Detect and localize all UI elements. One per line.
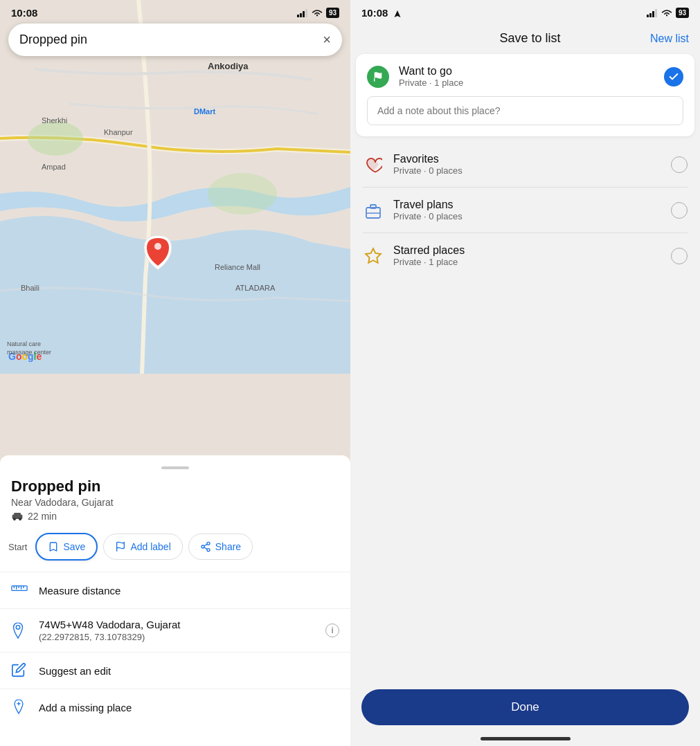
add-place-icon (11, 699, 28, 716)
suitcase-icon (363, 200, 384, 221)
new-list-button[interactable]: New list (650, 33, 689, 45)
signal-icon-right (647, 9, 658, 17)
status-icons-left: 93 (297, 8, 339, 18)
battery-icon: 93 (326, 8, 339, 18)
svg-text:DMart: DMart (194, 107, 216, 116)
save-to-list-header: Save to list New list (350, 21, 700, 54)
car-icon (11, 511, 24, 521)
svg-rect-19 (305, 9, 307, 17)
list-item-measure[interactable]: Measure distance (0, 572, 350, 608)
search-bar-title: Dropped pin (19, 33, 87, 47)
want-to-go-card[interactable]: Want to go Private · 1 place (356, 54, 694, 136)
svg-text:Natural care: Natural care (7, 340, 41, 347)
battery-icon-right: 93 (676, 8, 689, 18)
heart-icon (363, 154, 384, 175)
svg-text:Ampad: Ampad (42, 163, 66, 171)
svg-text:massage center: massage center (7, 349, 51, 356)
measure-icon (11, 582, 28, 599)
close-button[interactable]: × (323, 32, 331, 48)
svg-text:Khanpur: Khanpur (104, 128, 133, 136)
travel-plans-title: Travel plans (393, 199, 661, 211)
svg-point-27 (207, 549, 210, 552)
svg-text:Bhaili: Bhaili (21, 284, 39, 292)
add-label-button[interactable]: Add label (103, 534, 182, 560)
home-indicator-right (481, 737, 571, 740)
sheet-subtitle: Near Vadodara, Gujarat (0, 497, 350, 508)
list-item-favorites[interactable]: Favorites Private · 0 places (350, 142, 700, 187)
starred-places-radio[interactable] (671, 248, 688, 264)
star-svg (364, 247, 382, 265)
map-svg: Sherkhi Khanpur Ampad DMart Reliance Mal… (0, 0, 350, 374)
wifi-icon (312, 9, 323, 17)
list-item-starred-places[interactable]: Starred places Private · 1 place (350, 233, 700, 278)
starred-places-title: Starred places (393, 244, 661, 257)
want-to-go-title: Want to go (399, 65, 654, 78)
status-bar-right: 10:08 93 (350, 0, 700, 21)
want-to-go-subtitle: Private · 1 place (399, 78, 654, 88)
svg-point-26 (201, 545, 204, 548)
flag-icon-white (373, 71, 384, 82)
add-missing-place-text: Add a missing place (39, 702, 339, 713)
wifi-icon-right (661, 9, 672, 17)
svg-text:Ankodiya: Ankodiya (208, 61, 249, 71)
sheet-title: Dropped pin (0, 477, 350, 495)
share-icon (200, 541, 211, 552)
list-item-travel-plans[interactable]: Travel plans Private · 0 places (350, 188, 700, 233)
want-to-go-texts: Want to go Private · 1 place (399, 65, 654, 88)
svg-point-12 (154, 243, 161, 250)
travel-plans-texts: Travel plans Private · 0 places (393, 199, 661, 221)
bottom-sheet: Dropped pin Near Vadodara, Gujarat 22 mi… (0, 455, 350, 746)
pin-icon (11, 622, 25, 639)
save-header-title: Save to list (410, 31, 650, 46)
add-pin-icon (11, 699, 26, 714)
svg-rect-16 (297, 15, 299, 17)
suitcase-svg (365, 201, 382, 219)
done-button[interactable]: Done (361, 689, 689, 725)
list-item-add-place[interactable]: Add a missing place (0, 689, 350, 725)
left-panel: Sherkhi Khanpur Ampad DMart Reliance Mal… (0, 0, 350, 746)
svg-text:Sherkhi: Sherkhi (42, 116, 67, 125)
favorites-subtitle: Private · 0 places (393, 165, 661, 176)
bookmark-icon (48, 541, 59, 552)
list-item-suggest[interactable]: Suggest an edit (0, 653, 350, 689)
flag-icon (115, 541, 126, 552)
svg-line-29 (204, 544, 208, 546)
starred-places-subtitle: Private · 1 place (393, 257, 661, 267)
svg-rect-39 (647, 15, 649, 17)
status-bar-left: 10:08 93 (0, 0, 350, 21)
svg-rect-17 (300, 13, 302, 17)
svg-rect-40 (649, 13, 652, 17)
travel-plans-radio[interactable] (671, 202, 688, 219)
drag-handle (161, 466, 189, 469)
svg-text:Reliance Mall: Reliance Mall (215, 263, 260, 271)
svg-point-36 (16, 626, 20, 630)
location-code-text: 74W5+W48 Vadodara, Gujarat (39, 619, 314, 630)
location-arrow-icon (393, 10, 402, 18)
coordinates-text: (22.2972815, 73.1078329) (39, 632, 314, 642)
checkmark-icon (668, 71, 679, 82)
sheet-drive: 22 min (0, 511, 350, 522)
map-area: Sherkhi Khanpur Ampad DMart Reliance Mal… (0, 0, 350, 374)
status-time-left: 10:08 (11, 7, 37, 19)
heart-svg (364, 156, 382, 173)
share-button[interactable]: Share (188, 534, 253, 560)
pencil-icon (11, 662, 26, 677)
favorites-radio[interactable] (671, 156, 688, 173)
location-icon (11, 622, 28, 639)
svg-rect-41 (652, 11, 654, 17)
list-item-location[interactable]: 74W5+W48 Vadodara, Gujarat (22.2972815, … (0, 609, 350, 652)
svg-point-22 (13, 518, 16, 520)
svg-point-23 (19, 518, 21, 520)
share-label: Share (215, 541, 241, 552)
info-icon[interactable]: i (325, 624, 339, 637)
note-input[interactable] (367, 96, 683, 125)
want-to-go-row: Want to go Private · 1 place (367, 65, 683, 88)
svg-rect-42 (655, 9, 657, 17)
done-button-wrapper: Done (361, 689, 689, 725)
svg-point-2 (208, 173, 277, 215)
suggest-edit-text: Suggest an edit (39, 665, 339, 677)
save-button[interactable]: Save (35, 533, 98, 561)
search-bar[interactable]: Dropped pin × (8, 24, 342, 56)
status-icons-right: 93 (647, 8, 689, 18)
drive-time: 22 min (28, 511, 57, 522)
